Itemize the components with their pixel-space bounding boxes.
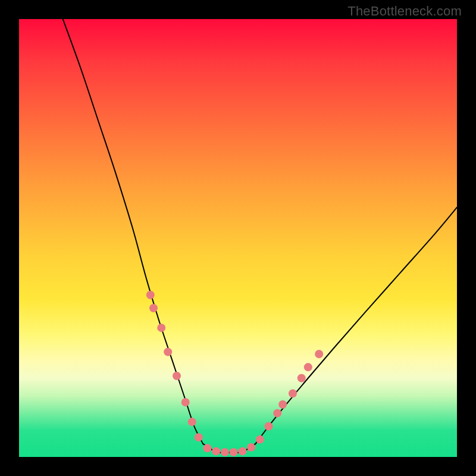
data-marker: [265, 422, 273, 431]
data-marker: [304, 363, 312, 371]
plot-area: [19, 19, 457, 457]
data-marker: [238, 447, 246, 455]
data-marker: [289, 389, 297, 397]
left-curve-path: [63, 19, 203, 444]
data-marker: [256, 436, 264, 444]
chart-svg: [19, 19, 457, 457]
data-marker: [212, 447, 220, 455]
data-marker: [298, 374, 306, 383]
data-marker: [221, 448, 229, 456]
marker-group: [146, 291, 323, 456]
data-marker: [203, 444, 212, 452]
data-marker: [181, 398, 190, 406]
watermark-text: TheBottleneck.com: [347, 4, 462, 19]
data-marker: [164, 347, 172, 356]
data-marker: [273, 409, 281, 417]
data-marker: [315, 350, 323, 358]
data-marker: [149, 304, 158, 312]
right-curve-path: [255, 208, 457, 444]
data-marker: [195, 433, 203, 441]
data-marker: [173, 372, 181, 380]
data-marker: [247, 443, 255, 452]
data-marker: [157, 324, 165, 332]
data-marker: [146, 291, 155, 299]
data-marker: [230, 448, 238, 456]
data-marker: [188, 418, 196, 426]
chart-frame: TheBottleneck.com: [0, 0, 476, 476]
data-marker: [278, 400, 287, 409]
